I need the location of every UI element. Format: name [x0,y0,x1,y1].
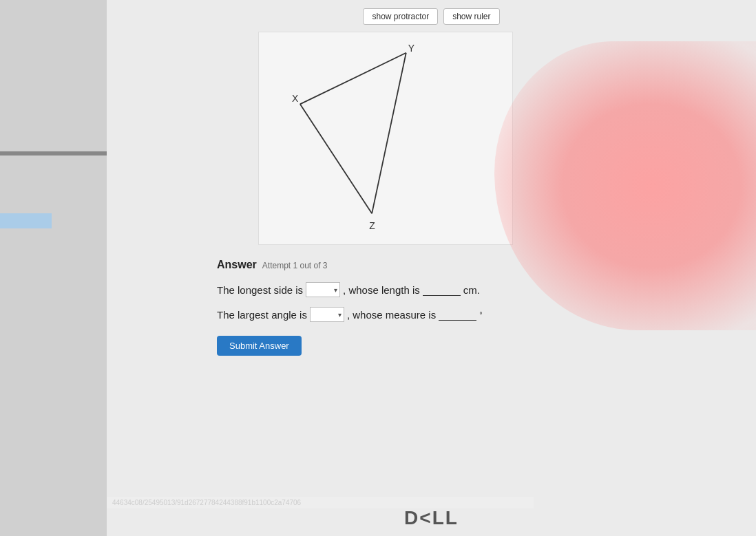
sidebar [0,0,107,536]
longest-side-dropdown-wrapper[interactable]: XY YZ XZ [306,282,340,297]
largest-angle-measure-input[interactable] [439,308,476,321]
largest-angle-middle: , whose measure is [347,309,436,321]
longest-side-length-input[interactable] [423,283,461,296]
url-bar: 44634c08/25495013/91d26727784244388f91b1… [107,497,534,508]
sidebar-bar1 [0,151,107,156]
svg-line-1 [372,53,406,213]
largest-angle-dropdown-wrapper[interactable]: X Y Z [310,307,344,322]
vertex-x-label: X [292,93,298,104]
main-content: show protractor show ruler X Y Z Answer [107,0,756,536]
sidebar-bar2 [0,213,52,228]
longest-side-row: The longest side is XY YZ XZ , whose len… [217,282,735,297]
show-ruler-button[interactable]: show ruler [443,8,499,25]
svg-line-2 [300,104,372,213]
longest-side-middle: , whose length is [343,284,420,296]
vertex-y-label: Y [408,43,414,54]
submit-answer-button[interactable]: Submit Answer [217,336,302,356]
dell-logo: D<LL [404,507,459,536]
largest-angle-prefix: The largest angle is [217,309,307,321]
toolbar: show protractor show ruler [107,0,756,32]
vertex-z-label: Z [369,220,375,231]
triangle-diagram: X Y Z [258,32,513,245]
show-protractor-button[interactable]: show protractor [363,8,438,25]
longest-side-dropdown[interactable]: XY YZ XZ [306,282,340,297]
largest-angle-dropdown[interactable]: X Y Z [310,307,344,322]
url-text: 44634c08/25495013/91d26727784244388f91b1… [112,499,301,506]
svg-line-0 [300,53,406,105]
attempt-label: Attempt 1 out of 3 [262,261,328,270]
triangle-svg: X Y Z [259,32,512,244]
largest-angle-row: The largest angle is X Y Z , whose measu… [217,307,735,322]
answer-section: Answer Attempt 1 out of 3 The longest si… [107,245,756,356]
dell-text: D<LL [404,507,459,528]
longest-side-prefix: The longest side is [217,284,303,296]
longest-side-unit: cm. [463,284,480,296]
screen: show protractor show ruler X Y Z Answer [0,0,756,536]
answer-label: Answer [217,259,257,271]
largest-angle-unit: ° [479,310,482,319]
answer-header: Answer Attempt 1 out of 3 [217,259,735,271]
